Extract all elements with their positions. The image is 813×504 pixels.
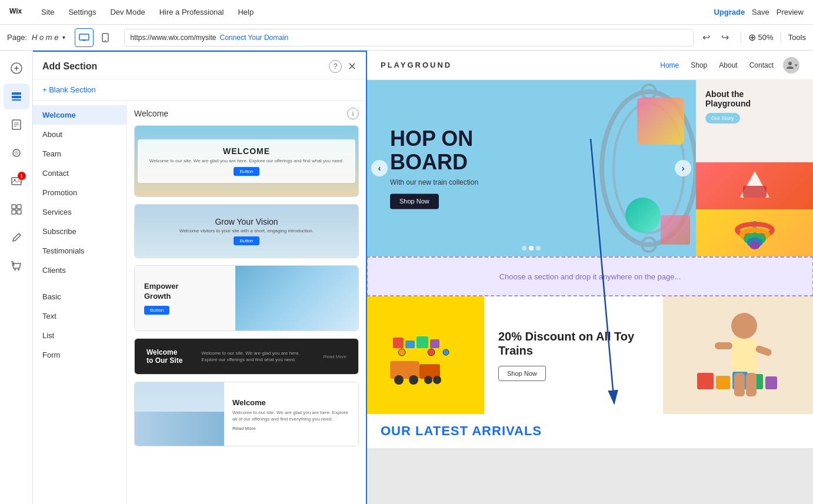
svg-rect-31 xyxy=(743,186,767,198)
hero-prev-arrow[interactable]: ‹ xyxy=(371,160,388,176)
mobile-device-btn[interactable] xyxy=(96,28,115,47)
nav-item-services[interactable]: Services xyxy=(33,202,126,222)
second-toolbar: Page: H o m e ▾ https://www.wix.com/mysi… xyxy=(0,25,813,51)
panel-body: Welcome About Team Contact Promotion Ser… xyxy=(33,101,366,504)
redo-button[interactable]: ↪ xyxy=(717,29,734,46)
nav-site[interactable]: Site xyxy=(41,8,54,16)
svg-rect-64 xyxy=(746,373,757,396)
discount-text-block: 20% Discount on All Toy Trains Shop Now xyxy=(484,296,663,414)
hero-right-panel: About thePlayground Our Story xyxy=(696,80,813,256)
save-button[interactable]: Save xyxy=(752,8,769,16)
sidebar-icon-pen[interactable] xyxy=(4,225,29,251)
hero-dots xyxy=(522,246,541,251)
svg-point-44 xyxy=(424,376,432,384)
info-icon[interactable]: i xyxy=(347,108,359,119)
nav-item-testimonials[interactable]: Testimonials xyxy=(33,241,126,261)
nav-item-contact[interactable]: Contact xyxy=(33,163,126,183)
card4-readmore[interactable]: Read More xyxy=(323,354,346,359)
add-zoom-button[interactable]: ⊕ 50% xyxy=(748,32,774,43)
card5-readmore[interactable]: Read More xyxy=(232,426,350,431)
site-nav-about[interactable]: About xyxy=(719,61,737,69)
hero-next-arrow[interactable]: › xyxy=(675,160,691,176)
nav-devmode[interactable]: Dev Mode xyxy=(110,8,145,16)
svg-rect-22 xyxy=(17,210,21,214)
discount-child-img xyxy=(663,296,813,414)
nav-item-basic[interactable]: Basic xyxy=(33,287,126,306)
nav-hire[interactable]: Hire a Professional xyxy=(159,8,224,16)
card5-text: Welcome to our site. We are glad you are… xyxy=(232,409,350,422)
nav-item-clients[interactable]: Clients xyxy=(33,261,126,280)
template-card-grow-vision[interactable]: Grow Your Vision Welcome visitors to you… xyxy=(134,204,359,258)
card1-title: WELCOME xyxy=(149,146,344,156)
panel-header: Add Section ? ✕ xyxy=(33,52,366,79)
nav-settings[interactable]: Settings xyxy=(68,8,96,16)
nav-item-subscribe[interactable]: Subscribe xyxy=(33,222,126,241)
svg-rect-20 xyxy=(17,205,21,209)
sidebar-icon-sections[interactable] xyxy=(4,84,29,109)
site-nav-home[interactable]: Home xyxy=(660,61,679,69)
nav-item-form[interactable]: Form xyxy=(33,345,126,365)
hero-section: HOP ON BOARD With our new train collecti… xyxy=(367,80,813,256)
template-card-welcome-blue[interactable]: WELCOME Welcome to our site. We are glad… xyxy=(134,125,359,197)
svg-point-23 xyxy=(14,269,16,271)
template-card-welcome-light[interactable]: Welcome Welcome to our site. We are glad… xyxy=(134,382,359,446)
about-img-bottom xyxy=(696,209,813,256)
preview-button[interactable]: Preview xyxy=(777,8,804,16)
dot-2[interactable] xyxy=(529,246,534,251)
svg-point-5 xyxy=(105,40,106,41)
blank-section-button[interactable]: + Blank Section xyxy=(42,85,96,94)
site-user-icon[interactable]: ▾ xyxy=(783,57,799,74)
wix-logo: Wix xyxy=(9,6,27,18)
left-sidebar: 1 xyxy=(0,51,33,504)
template-card-welcome-dark[interactable]: Welcometo Our Site Welcome to our site. … xyxy=(134,338,359,375)
nav-item-list[interactable]: List xyxy=(33,326,126,345)
nav-item-text[interactable]: Text xyxy=(33,306,126,326)
zoom-level: 50% xyxy=(758,33,774,42)
connect-domain-link[interactable]: Connect Your Domain xyxy=(220,34,289,42)
section-nav: Welcome About Team Contact Promotion Ser… xyxy=(33,101,127,504)
help-icon[interactable]: ? xyxy=(329,60,342,73)
url-bar: https://www.wix.com/mysite Connect Your … xyxy=(124,29,694,46)
sidebar-icon-design[interactable] xyxy=(4,140,29,166)
close-icon[interactable]: ✕ xyxy=(348,61,356,72)
template-card-empower-growth[interactable]: EmpowerGrowth Button xyxy=(134,265,359,331)
discount-shop-button[interactable]: Shop Now xyxy=(498,366,546,381)
svg-rect-21 xyxy=(12,210,16,214)
nav-item-promotion[interactable]: Promotion xyxy=(33,183,126,202)
site-nav-shop[interactable]: Shop xyxy=(691,61,707,69)
hero-shop-button[interactable]: Shop Now xyxy=(390,194,439,209)
page-selector[interactable]: Page: H o m e ▾ xyxy=(7,33,65,42)
nav-item-about[interactable]: About xyxy=(33,125,126,144)
main-canvas: PLAYGROUND Home Shop About Contact ▾ xyxy=(367,51,813,504)
nav-item-welcome[interactable]: Welcome xyxy=(33,105,126,125)
undo-button[interactable]: ↩ xyxy=(698,29,715,46)
svg-text:Wix: Wix xyxy=(9,7,22,15)
sidebar-icon-add[interactable] xyxy=(4,55,29,81)
page-dropdown-icon[interactable]: ▾ xyxy=(62,34,65,41)
desktop-device-btn[interactable] xyxy=(75,28,94,47)
site-nav-contact[interactable]: Contact xyxy=(749,61,774,69)
nav-help[interactable]: Help xyxy=(238,8,254,16)
sidebar-icon-pages[interactable] xyxy=(4,112,29,138)
sidebar-icon-components[interactable] xyxy=(4,196,29,222)
card4-text: Welcome to our site. We are glad you are… xyxy=(201,350,304,363)
nav-item-team[interactable]: Team xyxy=(33,144,126,163)
dot-1[interactable] xyxy=(522,246,527,251)
drop-zone[interactable]: Choose a section and drop it anywhere on… xyxy=(367,256,813,296)
svg-point-25 xyxy=(788,62,792,65)
hero-image-left: HOP ON BOARD With our new train collecti… xyxy=(367,80,696,256)
sidebar-icon-store[interactable] xyxy=(4,253,29,279)
url-text: https://www.wix.com/mysite xyxy=(131,34,216,42)
svg-rect-9 xyxy=(12,92,21,95)
discount-section: 20% Discount on All Toy Trains Shop Now xyxy=(367,296,813,414)
dot-3[interactable] xyxy=(536,246,541,251)
svg-point-54 xyxy=(731,313,757,339)
card4-title: Welcometo Our Site xyxy=(146,348,182,365)
our-story-button[interactable]: Our Story xyxy=(705,113,740,124)
svg-rect-39 xyxy=(378,308,472,402)
upgrade-button[interactable]: Upgrade xyxy=(714,8,745,16)
svg-point-51 xyxy=(428,349,435,356)
svg-rect-56 xyxy=(715,342,732,349)
sidebar-icon-media[interactable]: 1 xyxy=(4,168,29,194)
tools-button[interactable]: Tools xyxy=(788,33,806,42)
